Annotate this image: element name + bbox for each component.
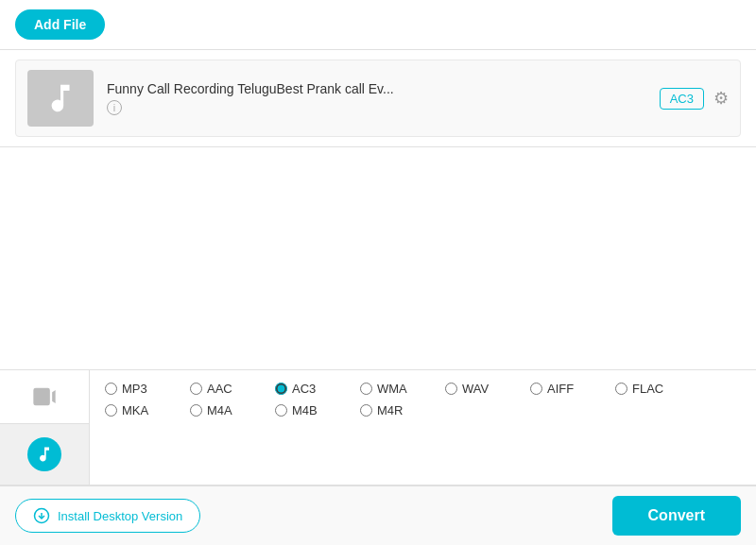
format-mp3[interactable]: MP3: [105, 382, 190, 396]
add-file-button[interactable]: Add File: [15, 9, 105, 40]
format-grid: MP3 AAC AC3 WMA WAV AIFF F: [90, 370, 756, 485]
main-content: [0, 147, 756, 369]
format-ac3[interactable]: AC3: [275, 382, 360, 396]
video-tab[interactable]: [0, 370, 89, 424]
format-mka[interactable]: MKA: [105, 403, 190, 417]
file-thumbnail: [27, 70, 94, 127]
file-name: Funny Call Recording TeluguBest Prank ca…: [107, 81, 646, 96]
format-badge[interactable]: AC3: [660, 88, 704, 110]
format-row-1: MP3 AAC AC3 WMA WAV AIFF F: [105, 382, 741, 396]
settings-button[interactable]: ⚙: [713, 88, 729, 109]
install-desktop-button[interactable]: Install Desktop Version: [15, 499, 200, 533]
format-aac[interactable]: AAC: [190, 382, 275, 396]
audio-tab[interactable]: [0, 424, 89, 485]
format-wma[interactable]: WMA: [360, 382, 445, 396]
file-list: Funny Call Recording TeluguBest Prank ca…: [0, 50, 756, 147]
action-bar: Install Desktop Version Convert: [0, 485, 756, 545]
audio-icon-circle: [27, 437, 61, 471]
format-aiff[interactable]: AIFF: [530, 382, 615, 396]
format-flac[interactable]: FLAC: [615, 382, 700, 396]
svg-marker-1: [52, 390, 56, 403]
video-icon: [31, 383, 58, 410]
download-icon: [33, 507, 50, 524]
file-item: Funny Call Recording TeluguBest Prank ca…: [15, 60, 741, 137]
music-icon: [43, 80, 78, 116]
file-actions: AC3 ⚙: [660, 88, 729, 110]
format-wav[interactable]: WAV: [445, 382, 530, 396]
file-info: Funny Call Recording TeluguBest Prank ca…: [107, 81, 646, 115]
bottom-panel: MP3 AAC AC3 WMA WAV AIFF F: [0, 369, 756, 545]
info-icon[interactable]: i: [107, 100, 122, 115]
svg-rect-0: [33, 388, 50, 406]
format-m4b[interactable]: M4B: [275, 403, 360, 417]
audio-note-icon: [35, 445, 54, 464]
toolbar: Add File: [0, 0, 756, 50]
format-row-2: MKA M4A M4B M4R: [105, 403, 741, 417]
convert-button[interactable]: Convert: [612, 496, 741, 536]
tab-icons: [0, 370, 90, 485]
format-m4r[interactable]: M4R: [360, 403, 445, 417]
format-m4a[interactable]: M4A: [190, 403, 275, 417]
format-section: MP3 AAC AC3 WMA WAV AIFF F: [0, 370, 756, 485]
